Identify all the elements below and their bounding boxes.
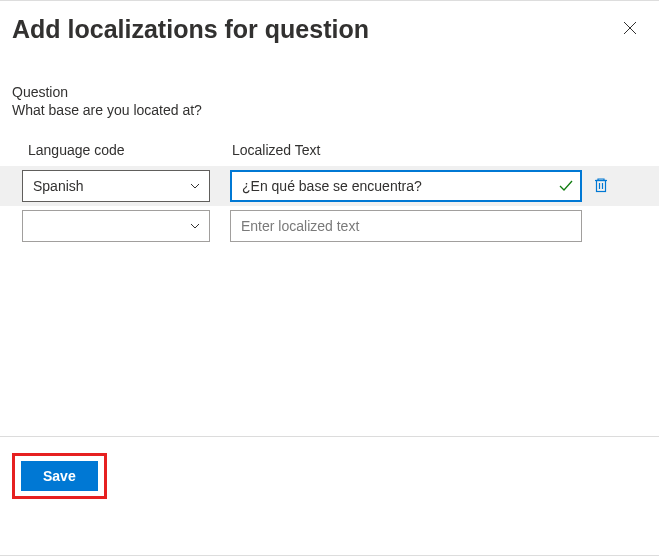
language-dropdown[interactable]: Spanish	[22, 170, 210, 202]
language-value: Spanish	[33, 178, 84, 194]
column-header-language: Language code	[12, 142, 232, 158]
chevron-down-icon	[189, 180, 201, 192]
save-highlight: Save	[12, 453, 107, 499]
localized-text-input[interactable]	[242, 178, 558, 194]
close-icon[interactable]	[619, 15, 641, 42]
question-text: What base are you located at?	[12, 102, 647, 118]
svg-rect-2	[597, 181, 606, 192]
save-button[interactable]: Save	[21, 461, 98, 491]
delete-icon[interactable]	[592, 176, 612, 196]
localized-text-input-wrap	[230, 170, 582, 202]
question-label: Question	[12, 84, 647, 100]
dialog-title: Add localizations for question	[12, 15, 369, 44]
localized-text-input[interactable]	[241, 218, 575, 234]
check-icon	[558, 178, 574, 194]
localized-text-input-wrap	[230, 210, 582, 242]
localization-row	[0, 206, 659, 246]
language-dropdown[interactable]	[22, 210, 210, 242]
localization-row: Spanish	[0, 166, 659, 206]
column-header-text: Localized Text	[232, 142, 320, 158]
chevron-down-icon	[189, 220, 201, 232]
